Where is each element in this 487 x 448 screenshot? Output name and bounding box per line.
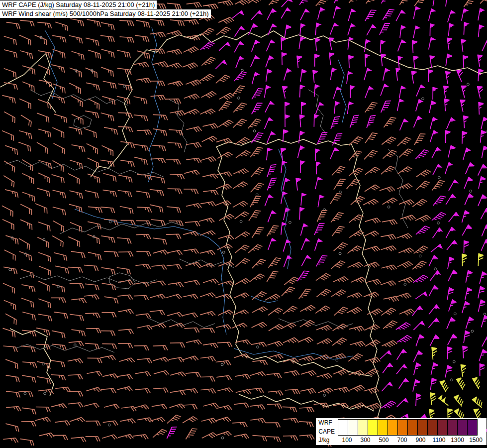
wind-barb [446, 227, 456, 240]
wind-barb [300, 23, 305, 36]
wind-barb [266, 69, 273, 82]
wind-barb [447, 240, 458, 253]
wind-barb [299, 207, 304, 220]
wind-barb [234, 70, 247, 85]
wind-barb [154, 370, 169, 378]
wind-barb [17, 142, 32, 152]
wind-barb [21, 82, 36, 92]
wind-barb [350, 86, 355, 98]
wind-barb [218, 119, 233, 131]
wind-barb [134, 35, 149, 42]
wind-barb [84, 191, 99, 198]
wind-barb [201, 56, 215, 69]
wind-barb [473, 376, 483, 389]
wind-barb [432, 179, 445, 193]
wind-barb [447, 287, 454, 300]
wind-barb [216, 200, 231, 210]
wind-barb [219, 100, 232, 114]
wind-barb [135, 264, 150, 270]
wind-barb [135, 191, 151, 198]
wind-barb [448, 270, 458, 283]
legend-swatch [388, 419, 398, 436]
wind-barb [299, 37, 305, 50]
wind-barb [21, 285, 36, 292]
wind-barb [235, 339, 251, 347]
wind-barb [200, 356, 215, 363]
wind-barb [478, 286, 485, 299]
wind-barb [482, 224, 487, 238]
wind-barb [20, 160, 35, 171]
wind-barb [396, 322, 411, 334]
wind-barb [54, 266, 70, 273]
wind-barb [332, 336, 347, 349]
wind-barb [383, 68, 390, 81]
wind-barb [440, 379, 450, 392]
wind-barb [330, 192, 342, 207]
wind-barb [34, 142, 49, 154]
wind-barb [183, 62, 198, 72]
wind-barb [183, 231, 198, 239]
wind-barb [234, 434, 249, 441]
wind-barb [315, 305, 330, 317]
wind-barb [428, 69, 433, 82]
wind-barb [37, 299, 52, 308]
wind-barb [301, 102, 306, 114]
wind-barb [252, 131, 264, 146]
wind-barb [380, 186, 395, 195]
wind-barb [382, 339, 397, 350]
wind-barb [299, 435, 314, 441]
wind-barb [21, 312, 37, 320]
wind-barb [218, 234, 234, 243]
wind-barb [86, 19, 101, 27]
wind-barb [268, 307, 283, 319]
wind-barb [2, 112, 17, 123]
wind-barb [184, 170, 199, 178]
wind-barb [169, 357, 184, 364]
wind-barb [314, 354, 330, 364]
wind-barb [118, 112, 133, 118]
wind-barb [133, 97, 148, 104]
wind-barb [315, 239, 323, 252]
wind-barb [300, 114, 306, 127]
wind-barb [466, 270, 473, 283]
wind-barb [447, 347, 452, 359]
wind-barb [100, 331, 115, 336]
wind-barb [1, 176, 16, 187]
wind-barb [351, 276, 366, 287]
wind-barb [151, 145, 166, 151]
wind-barb [36, 188, 51, 197]
wind-barb [265, 85, 271, 98]
wind-barb [236, 257, 250, 270]
wind-barb [86, 437, 100, 442]
wind-barb [169, 323, 185, 332]
wind-barb [365, 101, 378, 115]
station-circle [221, 363, 223, 366]
wind-barb [51, 298, 66, 303]
wind-barb [235, 0, 250, 8]
wind-barb [285, 114, 290, 127]
wind-barb [216, 324, 231, 332]
wind-barb [135, 388, 150, 394]
wind-barb [430, 271, 441, 283]
wind-barb [446, 0, 452, 7]
wind-barb [167, 250, 183, 257]
wind-barb [478, 69, 484, 81]
wind-barb [464, 240, 469, 253]
wind-barb [349, 326, 365, 334]
wind-barb [70, 283, 85, 288]
wind-barb [137, 325, 152, 333]
wind-barb [268, 353, 283, 362]
wind-barb [200, 40, 215, 53]
wind-barb [85, 284, 99, 290]
wind-barb [215, 60, 227, 72]
wind-barb [448, 334, 458, 347]
wind-barb [431, 244, 443, 256]
wind-barb [232, 322, 247, 333]
legend-color-bar [338, 419, 485, 436]
wind-barb [167, 264, 182, 271]
wind-barb [456, 377, 467, 390]
wind-barb [199, 218, 214, 226]
wind-barb [316, 0, 329, 9]
wind-barb [412, 198, 427, 210]
wind-barb [248, 243, 262, 256]
